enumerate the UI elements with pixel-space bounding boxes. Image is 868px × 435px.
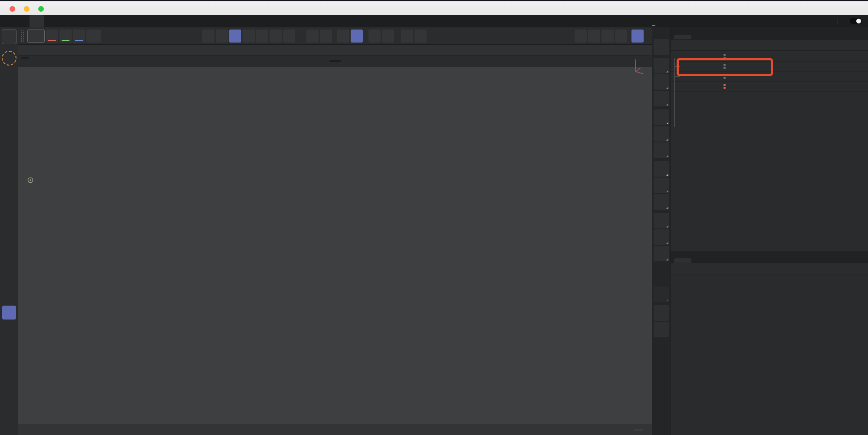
annotation-mode-button[interactable]: [414, 30, 427, 43]
modeling-tool-3-button[interactable]: [2, 223, 16, 237]
new-layout-button[interactable]: [840, 15, 849, 27]
grid-snap-button[interactable]: [351, 30, 363, 43]
redshift-light-button[interactable]: [654, 305, 669, 321]
render-to-pv-button[interactable]: [602, 30, 614, 43]
tree-row-cube[interactable]: [671, 62, 868, 72]
minimize-window-button[interactable]: [24, 6, 30, 12]
layout-tab-default[interactable]: [645, 15, 662, 27]
layout-tab-uvedit[interactable]: [711, 15, 728, 27]
redshift-render-button[interactable]: [575, 30, 587, 43]
layout-tab-track[interactable]: [761, 15, 777, 27]
sketch-material-button[interactable]: [654, 287, 669, 302]
camera-label-chip[interactable]: [329, 60, 341, 62]
move-tool-button[interactable]: [2, 84, 16, 98]
light-object-button[interactable]: [654, 246, 669, 261]
interactive-render-button[interactable]: [631, 30, 644, 43]
disabled-settings-button[interactable]: [468, 30, 480, 43]
primitive-cube-button[interactable]: [654, 74, 669, 90]
quantize-button[interactable]: [337, 30, 349, 43]
axis-mode-button[interactable]: [270, 30, 282, 43]
field-button[interactable]: [654, 178, 669, 193]
3d-scene[interactable]: [18, 67, 652, 424]
add-layout-button[interactable]: [827, 15, 835, 27]
toolbar-grip[interactable]: [20, 30, 25, 42]
close-window-button[interactable]: [10, 6, 15, 12]
point-mode-button[interactable]: [202, 30, 214, 43]
environment-button[interactable]: [654, 213, 669, 228]
visibility-dots[interactable]: [723, 64, 726, 69]
viewport-solo-button[interactable]: [27, 30, 45, 43]
workplane-button[interactable]: [86, 30, 101, 43]
lock-y-axis-button[interactable]: [59, 30, 72, 43]
tab-takes[interactable]: [692, 35, 710, 39]
snap-settings-button[interactable]: [320, 30, 332, 43]
layout-tab-groom[interactable]: [744, 15, 761, 27]
modeling-tool-4-button[interactable]: [2, 240, 16, 254]
highlight-mode-button[interactable]: [401, 30, 413, 43]
layout-tab-uvedit-user[interactable]: [810, 15, 827, 27]
render-view-button[interactable]: [588, 30, 600, 43]
new-document-tab-button[interactable]: [44, 15, 57, 27]
radial-symmetry-button[interactable]: [368, 30, 381, 43]
camera-object-button[interactable]: [654, 229, 669, 245]
rotate-tool-button[interactable]: [2, 101, 16, 115]
redshift-camera-button[interactable]: [654, 322, 669, 337]
visibility-dots[interactable]: [723, 84, 726, 89]
layout-toggle-switch[interactable]: [850, 18, 862, 24]
modeling-tool-9-button[interactable]: [2, 339, 16, 353]
select-tool-button[interactable]: [2, 68, 16, 82]
lock-z-axis-button[interactable]: [73, 30, 85, 43]
visibility-dots[interactable]: [723, 54, 726, 59]
tree-row-cylinder[interactable]: [671, 72, 868, 82]
layout-tab-paint[interactable]: [728, 15, 744, 27]
modeling-tool-8-button[interactable]: [2, 322, 16, 336]
loop-path-cut-tool-button[interactable]: [2, 306, 16, 320]
lock-x-axis-button[interactable]: [46, 30, 58, 43]
cloner-button[interactable]: [654, 126, 669, 142]
layout-tab-model[interactable]: [678, 15, 695, 27]
document-tab[interactable]: [30, 15, 44, 27]
modeling-tool-2-button[interactable]: [2, 207, 16, 221]
null-object-button[interactable]: [654, 39, 669, 55]
disabled-points-button[interactable]: [428, 30, 440, 43]
symmetry-settings-button[interactable]: [382, 30, 394, 43]
layout-tab-nodes[interactable]: [794, 15, 810, 27]
model-mode-button[interactable]: [243, 30, 255, 43]
polygon-pen-tool-button[interactable]: [2, 137, 16, 151]
volume-button[interactable]: [654, 194, 669, 210]
polygon-mode-button[interactable]: [229, 30, 241, 43]
undo-button[interactable]: [0, 15, 12, 27]
modeling-tool-5-button[interactable]: [2, 256, 16, 270]
zoom-tool-button[interactable]: [2, 30, 16, 44]
zoom-window-button[interactable]: [38, 6, 44, 12]
modeling-tool-1-button[interactable]: [2, 190, 16, 204]
texture-mode-button[interactable]: [256, 30, 268, 43]
layout-tab-sculpt[interactable]: [695, 15, 711, 27]
visibility-dots[interactable]: [723, 74, 726, 79]
layout-tab-script[interactable]: [777, 15, 794, 27]
effector-button[interactable]: [654, 142, 669, 158]
modeling-tool-6-button[interactable]: [2, 273, 16, 287]
tree-row-boolean[interactable]: [671, 52, 868, 62]
render-settings-button[interactable]: [615, 30, 627, 43]
disabled-falloff-button[interactable]: [455, 30, 467, 43]
redo-button[interactable]: [12, 15, 24, 27]
generator-button[interactable]: [654, 109, 669, 125]
modeling-tool-7-button[interactable]: [2, 289, 16, 303]
text-spline-button[interactable]: [654, 91, 669, 106]
edge-mode-button[interactable]: [216, 30, 228, 43]
viewport[interactable]: [18, 56, 652, 435]
tab-layers[interactable]: [692, 258, 710, 263]
scale-tool-button[interactable]: [2, 117, 16, 131]
spline-button[interactable]: [654, 58, 669, 73]
pen-tool-button[interactable]: [2, 154, 16, 168]
isolate-mode-button[interactable]: [283, 30, 295, 43]
tab-objects[interactable]: [674, 35, 691, 39]
deformer-button[interactable]: [654, 161, 669, 177]
live-selection-tool-button[interactable]: [2, 51, 16, 65]
camera-header-bar[interactable]: [18, 56, 652, 67]
tab-attributes[interactable]: [674, 258, 691, 263]
disabled-list-button[interactable]: [441, 30, 454, 43]
snap-move-button[interactable]: [306, 30, 319, 43]
tweak-tool-button[interactable]: [2, 170, 16, 184]
